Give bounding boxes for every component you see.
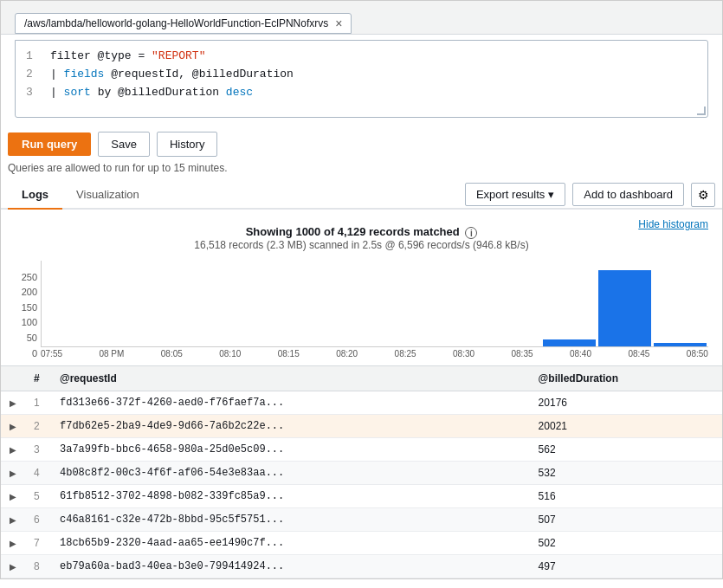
- row-requestid: 4b08c8f2-00c3-4f6f-af06-54e3e83aa...: [51, 461, 530, 484]
- expand-arrow-icon[interactable]: ▶: [10, 422, 16, 431]
- line-number-3: 3: [26, 84, 40, 102]
- records-matched-text: Showing 1000 of 4,129 records matched: [246, 225, 460, 238]
- row-duration: 502: [530, 531, 722, 554]
- y-label-250: 250: [22, 272, 37, 282]
- row-requestid: eb79a60a-bad3-40ea-b3e0-799414924...: [51, 554, 530, 578]
- table-header-row: # @requestId @billedDuration: [1, 365, 722, 391]
- row-duration: 516: [530, 484, 722, 507]
- col-header-requestid: @requestId: [51, 365, 530, 391]
- expand-cell[interactable]: ▶: [1, 554, 25, 578]
- row-requestid: c46a8161-c32e-472b-8bbd-95c5f5751...: [51, 507, 530, 531]
- row-num: 6: [25, 507, 51, 531]
- x-label-9: 08:40: [570, 349, 591, 359]
- table-row: ▶ 8 eb79a60a-bad3-40ea-b3e0-799414924...…: [1, 554, 722, 578]
- table-row: ▶ 4 4b08c8f2-00c3-4f6f-af06-54e3e83aa...…: [1, 461, 722, 484]
- table-row: ▶ 6 c46a8161-c32e-472b-8bbd-95c5f5751...…: [1, 507, 722, 531]
- row-num: 7: [25, 531, 51, 554]
- table-row: ▶ 1 fd313e66-372f-4260-aed0-f76faef7a...…: [1, 391, 722, 414]
- query-note: Queries are allowed to run for up to 15 …: [1, 160, 722, 181]
- expand-arrow-icon[interactable]: ▶: [10, 468, 16, 478]
- table-row: ▶ 3 3a7a99fb-bbc6-4658-980a-25d0e5c09...…: [1, 437, 722, 461]
- expand-cell[interactable]: ▶: [1, 437, 25, 461]
- tabs-right: Export results ▾ Add to dashboard ⚙: [465, 183, 715, 207]
- results-summary: Showing 1000 of 4,129 records matched i …: [15, 216, 708, 255]
- expand-cell[interactable]: ▶: [1, 461, 25, 484]
- expand-arrow-icon[interactable]: ▶: [10, 515, 16, 525]
- y-axis: 250 200 150 100 50 0: [15, 272, 41, 359]
- y-label-200: 200: [22, 287, 37, 297]
- log-group-tab[interactable]: /aws/lambda/helloworld-golang-HelloWorld…: [15, 13, 352, 34]
- expand-arrow-icon[interactable]: ▶: [10, 445, 16, 455]
- row-requestid: 61fb8512-3702-4898-b082-339fc85a9...: [51, 484, 530, 507]
- expand-cell[interactable]: ▶: [1, 414, 25, 437]
- row-requestid: f7db62e5-2ba9-4de9-9d66-7a6b2c22e...: [51, 414, 530, 437]
- row-duration: 497: [530, 554, 722, 578]
- close-icon[interactable]: ×: [335, 17, 342, 29]
- x-label-4: 08:15: [278, 349, 300, 359]
- row-duration: 507: [530, 507, 722, 531]
- settings-button[interactable]: ⚙: [691, 183, 715, 207]
- col-header-billedduration: @billedDuration: [530, 365, 722, 391]
- row-duration: 20021: [530, 414, 722, 437]
- x-label-8: 08:35: [512, 349, 533, 359]
- y-label-150: 150: [22, 302, 37, 313]
- row-duration: 532: [530, 461, 722, 484]
- code-line-2: 2 | fields @requestId, @billedDuration: [26, 66, 697, 84]
- row-num: 5: [25, 484, 51, 507]
- histogram-area: Showing 1000 of 4,129 records matched i …: [1, 210, 722, 359]
- line-number-2: 2: [26, 66, 40, 84]
- table-row: ▶ 7 18cb65b9-2320-4aad-aa65-ee1490c7f...…: [1, 531, 722, 554]
- bar-10: [598, 270, 651, 346]
- scan-info-text: 16,518 records (2.3 MB) scanned in 2.5s …: [15, 239, 708, 251]
- row-requestid: 3a7a99fb-bbc6-4658-980a-25d0e5c09...: [51, 437, 530, 461]
- history-button[interactable]: History: [157, 132, 217, 157]
- row-requestid: fd313e66-372f-4260-aed0-f76faef7a...: [51, 391, 530, 414]
- expand-cell[interactable]: ▶: [1, 391, 25, 414]
- bar-11: [654, 343, 707, 346]
- dropdown-arrow-icon: ▾: [548, 188, 554, 201]
- expand-arrow-icon[interactable]: ▶: [10, 398, 16, 408]
- y-label-50: 50: [27, 333, 37, 343]
- chart-body: 07:5508 PM08:0508:1008:1508:2008:2508:30…: [41, 261, 708, 359]
- row-requestid: 18cb65b9-2320-4aad-aa65-ee1490c7f...: [51, 531, 530, 554]
- hide-histogram-link[interactable]: Hide histogram: [638, 218, 708, 230]
- x-label-11: 08:50: [687, 349, 708, 359]
- row-num: 8: [25, 554, 51, 578]
- expand-arrow-icon[interactable]: ▶: [10, 492, 16, 501]
- col-header-num: #: [25, 365, 51, 391]
- info-icon[interactable]: i: [465, 227, 477, 239]
- expand-cell[interactable]: ▶: [1, 531, 25, 554]
- export-results-button[interactable]: Export results ▾: [465, 183, 565, 206]
- bar-9: [543, 339, 596, 346]
- tab-visualization[interactable]: Visualization: [62, 181, 153, 210]
- expand-cell[interactable]: ▶: [1, 507, 25, 531]
- y-label-100: 100: [22, 317, 37, 327]
- line-number-1: 1: [26, 48, 40, 66]
- toolbar: Run query Save History: [1, 123, 722, 160]
- x-label-7: 08:30: [453, 349, 474, 359]
- code-editor[interactable]: 1 filter @type = "REPORT" 2 | fields @re…: [15, 40, 708, 118]
- x-label-3: 08:10: [219, 349, 241, 359]
- resize-handle[interactable]: [697, 107, 706, 115]
- results-table: # @requestId @billedDuration ▶ 1 fd313e6…: [1, 365, 722, 578]
- x-label-2: 08:05: [161, 349, 183, 359]
- tabs-row: Logs Visualization Export results ▾ Add …: [1, 181, 722, 210]
- code-line-3: 3 | sort by @billedDuration desc: [26, 84, 697, 102]
- row-num: 3: [25, 437, 51, 461]
- save-button[interactable]: Save: [98, 132, 150, 157]
- expand-arrow-icon[interactable]: ▶: [10, 562, 16, 572]
- x-label-5: 08:20: [336, 349, 358, 359]
- expand-cell[interactable]: ▶: [1, 484, 25, 507]
- row-num: 4: [25, 461, 51, 484]
- run-query-button[interactable]: Run query: [8, 132, 91, 156]
- x-labels: 07:5508 PM08:0508:1008:1508:2008:2508:30…: [41, 347, 708, 359]
- tab-logs[interactable]: Logs: [8, 181, 62, 210]
- expand-arrow-icon[interactable]: ▶: [10, 539, 16, 548]
- add-to-dashboard-button[interactable]: Add to dashboard: [572, 183, 684, 206]
- gear-icon: ⚙: [698, 188, 709, 202]
- x-label-6: 08:25: [395, 349, 416, 359]
- table-row: ▶ 2 f7db62e5-2ba9-4de9-9d66-7a6b2c22e...…: [1, 414, 722, 437]
- tabs-left: Logs Visualization: [8, 181, 153, 208]
- row-duration: 20176: [530, 391, 722, 414]
- bars-container: [41, 261, 708, 347]
